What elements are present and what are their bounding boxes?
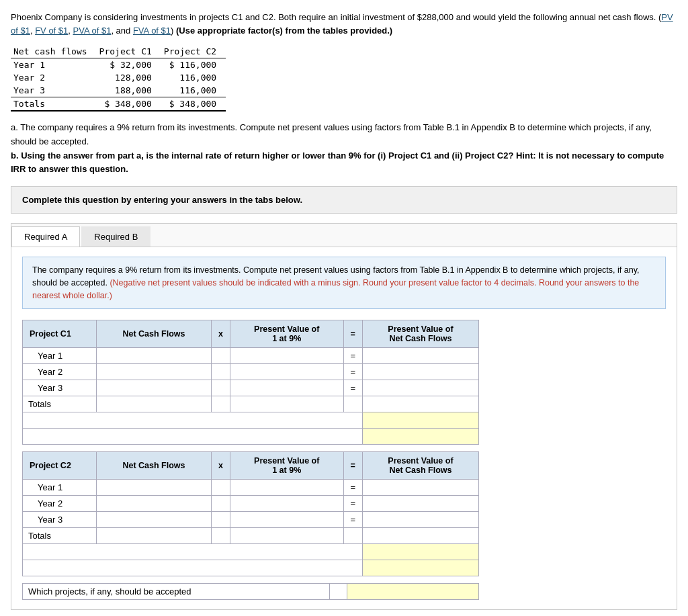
- c1-empty-yellow2-input[interactable]: [368, 431, 473, 441]
- c1-year3-net-cash[interactable]: [97, 380, 212, 396]
- c2-empty-yellow1-input[interactable]: [368, 547, 473, 557]
- c2-header-pv-factor: Present Value of1 at 9%: [230, 452, 343, 480]
- c2-totals-pv-net-input[interactable]: [368, 531, 473, 541]
- which-accepted-table: Which projects, if any, should be accept…: [22, 583, 479, 600]
- c1-header-pv-net: Present Value ofNet Cash Flows: [362, 320, 478, 348]
- c2-totals-eq: [343, 528, 362, 544]
- c1-totals-net-cash[interactable]: [97, 396, 212, 412]
- c2-totals-net-cash-input[interactable]: [102, 531, 206, 541]
- c2-year1-pv-net[interactable]: [362, 480, 478, 496]
- c2-year3-pv-factor[interactable]: [230, 512, 343, 528]
- c1-year3-pv-net-input[interactable]: [368, 383, 473, 393]
- c2-year1-net-cash-input[interactable]: [102, 482, 206, 492]
- c1-totals-pv-factor: [230, 396, 343, 412]
- c1-year3-net-cash-input[interactable]: [102, 383, 206, 393]
- c1-year1-x: [211, 348, 230, 364]
- tabs-header: Required A Required B: [11, 224, 677, 247]
- c1-year1-pv-net-input[interactable]: [368, 351, 473, 361]
- c2-year1-pv-factor-input[interactable]: [236, 482, 338, 492]
- which-accepted-input-cell[interactable]: [347, 584, 478, 600]
- c2-year2-pv-net-input[interactable]: [368, 498, 473, 509]
- c1-empty-yellow1-input[interactable]: [368, 415, 473, 425]
- c2-empty-yellow2-input[interactable]: [368, 563, 473, 573]
- c2-year2-pv-factor-input[interactable]: [236, 498, 338, 509]
- fv-link[interactable]: FV of $1: [35, 26, 68, 36]
- c1-totals-pv-net[interactable]: [362, 396, 478, 412]
- fva-link[interactable]: FVA of $1: [133, 26, 171, 36]
- c1-year1-row: Year 1 =: [23, 348, 479, 364]
- instruction-text: Complete this question by entering your …: [22, 195, 302, 205]
- c1-year2-pv-net[interactable]: [362, 364, 478, 380]
- tabs-container: Required A Required B The company requir…: [11, 223, 677, 610]
- c2-totals-row: Totals: [23, 528, 479, 544]
- c2-totals-net-cash[interactable]: [97, 528, 212, 544]
- c2-header-title: Project C2: [23, 452, 97, 480]
- c2-year3-pv-factor-input[interactable]: [236, 515, 338, 525]
- tab-required-a[interactable]: Required A: [11, 226, 80, 247]
- c1-year2-pv-factor-input[interactable]: [236, 367, 338, 377]
- question-b: b. Using the answer from part a, is the …: [11, 150, 664, 175]
- c2-year3-net-cash-input[interactable]: [102, 515, 206, 525]
- c1-year3-eq: =: [343, 380, 362, 396]
- c1-year1-pv-factor[interactable]: [230, 348, 343, 364]
- c2-year2-label: Year 2: [23, 496, 97, 512]
- c2-year3-eq: =: [343, 512, 362, 528]
- c1-year1-net-cash[interactable]: [97, 348, 212, 364]
- c2-year2-eq: =: [343, 496, 362, 512]
- col-header-label: Net cash flows: [11, 45, 97, 58]
- which-accepted-input[interactable]: [353, 586, 473, 597]
- c2-year2-net-cash[interactable]: [97, 496, 212, 512]
- intro-bold: (Use appropriate factor(s) from the tabl…: [176, 26, 392, 36]
- c1-year3-pv-factor[interactable]: [230, 380, 343, 396]
- c1-year2-net-cash-input[interactable]: [102, 367, 206, 377]
- project-c1-section: Project C1 Net Cash Flows x Present Valu…: [22, 320, 666, 445]
- c1-totals-row: Totals: [23, 396, 479, 412]
- c2-year1-net-cash[interactable]: [97, 480, 212, 496]
- c1-year2-net-cash[interactable]: [97, 364, 212, 380]
- c2-year2-pv-net[interactable]: [362, 496, 478, 512]
- table-row-totals: Totals $ 348,000 $ 348,000: [11, 97, 226, 112]
- c1-year2-x: [211, 364, 230, 380]
- c2-empty-cell1: [23, 544, 363, 560]
- c1-year1-pv-net[interactable]: [362, 348, 478, 364]
- pva-link[interactable]: PVA of $1: [73, 26, 112, 36]
- c2-year3-net-cash[interactable]: [97, 512, 212, 528]
- c1-header-pv-factor: Present Value of1 at 9%: [230, 320, 343, 348]
- c2-year1-pv-factor[interactable]: [230, 480, 343, 496]
- c1-year1-label: Year 1: [23, 348, 97, 364]
- c2-year1-row: Year 1 =: [23, 480, 479, 496]
- c2-year3-pv-net[interactable]: [362, 512, 478, 528]
- c2-year1-label: Year 1: [23, 480, 97, 496]
- c2-totals-pv-net[interactable]: [362, 528, 478, 544]
- c1-year1-net-cash-input[interactable]: [102, 351, 206, 361]
- note-box: The company requires a 9% return from it…: [22, 257, 666, 309]
- c2-year3-pv-net-input[interactable]: [368, 515, 473, 525]
- c1-empty-yellow1[interactable]: [362, 412, 478, 429]
- col-header-c1: Project C1: [97, 45, 161, 58]
- c2-year2-net-cash-input[interactable]: [102, 498, 206, 509]
- c1-empty-yellow2[interactable]: [362, 429, 478, 445]
- c1-year3-pv-net[interactable]: [362, 380, 478, 396]
- intro-paragraph: Phoenix Company is considering investmen…: [11, 11, 677, 37]
- c2-empty-yellow1[interactable]: [362, 544, 478, 560]
- c1-year2-row: Year 2 =: [23, 364, 479, 380]
- c1-year2-pv-net-input[interactable]: [368, 367, 473, 377]
- c1-totals-pv-net-input[interactable]: [368, 399, 473, 409]
- c2-year1-pv-net-input[interactable]: [368, 482, 473, 492]
- c2-totals-x: [211, 528, 230, 544]
- c1-year2-pv-factor[interactable]: [230, 364, 343, 380]
- c2-year2-row: Year 2 =: [23, 496, 479, 512]
- c1-year3-pv-factor-input[interactable]: [236, 383, 338, 393]
- c1-totals-label: Totals: [23, 396, 97, 412]
- c1-year3-label: Year 3: [23, 380, 97, 396]
- c2-empty-yellow2[interactable]: [362, 560, 478, 576]
- c1-totals-net-cash-input[interactable]: [102, 399, 206, 409]
- c1-totals-x: [211, 396, 230, 412]
- table-row: Year 1 $ 32,000 $ 116,000: [11, 58, 226, 72]
- cashflow-table: Net cash flows Project C1 Project C2 Yea…: [11, 45, 226, 112]
- which-accepted-spacer: [329, 584, 347, 600]
- c2-header-eq: =: [343, 452, 362, 480]
- c1-year1-pv-factor-input[interactable]: [236, 351, 338, 361]
- tab-required-b[interactable]: Required B: [81, 226, 150, 247]
- c2-year2-pv-factor[interactable]: [230, 496, 343, 512]
